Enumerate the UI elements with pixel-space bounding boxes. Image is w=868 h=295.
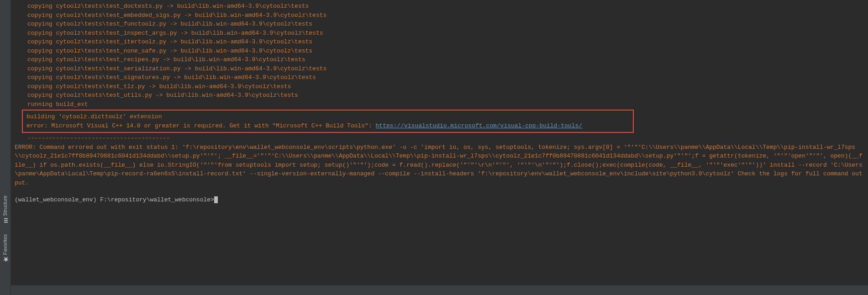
structure-icon — [3, 218, 8, 223]
sidebar-item-structure[interactable]: Structure — [0, 190, 11, 229]
sidebar-label: Structure — [1, 195, 9, 216]
cursor-icon — [214, 196, 218, 203]
terminal-output-line: copying cytoolz\tests\test_tlz.py -> bui… — [15, 82, 864, 91]
terminal-prompt[interactable]: (wallet_webconsole_env) F:\repository\wa… — [15, 195, 864, 205]
terminal-output-line: copying cytoolz\tests\test_itertoolz.py … — [15, 37, 864, 47]
terminal-output-line: copying cytoolz\tests\test_utils.py -> b… — [15, 91, 864, 100]
prompt-text: (wallet_webconsole_env) F:\repository\wa… — [15, 196, 214, 203]
terminal-output-line: copying cytoolz\tests\test_doctests.py -… — [15, 2, 864, 11]
terminal-output-line: copying cytoolz\tests\test_serialization… — [15, 64, 864, 74]
terminal-divider-line: ---------------------------------------- — [15, 134, 864, 143]
sidebar-label: Favorites — [1, 234, 9, 255]
svg-marker-3 — [4, 257, 9, 262]
terminal-output-line: copying cytoolz\tests\test_signatures.py… — [15, 73, 864, 82]
ide-bottom-bar[interactable] — [11, 285, 868, 295]
terminal-output-line: copying cytoolz\tests\test_functoolz.py … — [15, 20, 864, 29]
terminal-output-line: copying cytoolz\tests\test_none_safe.py … — [15, 47, 864, 56]
terminal-error-block: ERROR: Command errored out with exit sta… — [15, 143, 864, 188]
build-tools-link[interactable]: https://visualstudio.microsoft.com/visua… — [376, 122, 582, 129]
terminal-error-line: error: Microsoft Visual C++ 14.0 or grea… — [26, 121, 629, 131]
terminal-panel[interactable]: copying cytoolz\tests\test_doctests.py -… — [11, 0, 868, 295]
terminal-output-line: copying cytoolz\tests\test_embedded_sigs… — [15, 11, 864, 20]
ide-sidebar: Structure Favorites — [0, 0, 11, 295]
terminal-output-line: copying cytoolz\tests\test_recipes.py ->… — [15, 55, 864, 64]
error-text: error: Microsoft Visual C++ 14.0 or grea… — [26, 122, 376, 129]
svg-rect-1 — [5, 220, 8, 221]
svg-rect-2 — [5, 218, 8, 219]
highlighted-error-box: building 'cytoolz.dicttoolz' extension e… — [22, 110, 634, 133]
sidebar-item-favorites[interactable]: Favorites — [0, 229, 11, 268]
terminal-output-line: copying cytoolz\tests\test_inspect_args.… — [15, 29, 864, 38]
star-icon — [3, 257, 8, 262]
terminal-output-line: building 'cytoolz.dicttoolz' extension — [26, 112, 629, 121]
terminal-output-line: running build_ext — [15, 100, 864, 109]
svg-rect-0 — [5, 222, 8, 223]
